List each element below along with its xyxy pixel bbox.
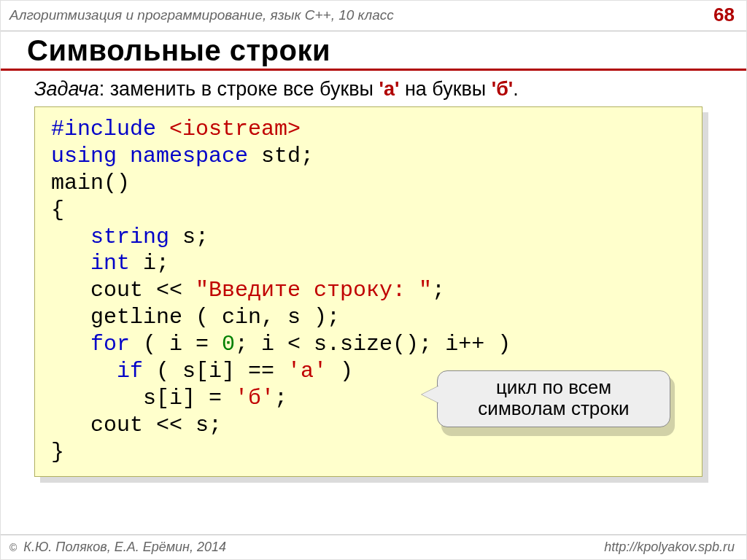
footer-authors: © К.Ю. Поляков, Е.А. Ерёмин, 2014: [9, 540, 226, 555]
copyright-icon: ©: [9, 542, 17, 553]
footer-url: http://kpolyakov.spb.ru: [604, 540, 735, 555]
callout-tail-icon: [422, 386, 439, 403]
code-include: #include: [51, 117, 169, 141]
code-semi-1: ;: [301, 144, 314, 168]
code-using: using namespace: [51, 144, 261, 168]
code-for-a: ( i =: [130, 332, 222, 357]
code-header: <iostream>: [169, 117, 301, 141]
task-label: Задача: [34, 78, 99, 100]
code-brace-open: {: [51, 198, 64, 222]
code-i-decl: i;: [130, 251, 169, 276]
header-bar: Алгоритмизация и программирование, язык …: [1, 1, 746, 31]
task-literal-b: 'б': [492, 78, 514, 100]
code-for-b: ; i < s.size(); i++ ): [235, 332, 511, 357]
code-main: main(): [51, 171, 130, 195]
task-text-2: на буквы: [399, 78, 491, 100]
code-for: for: [90, 332, 130, 357]
code-cout-2: cout << s;: [51, 413, 222, 438]
slide-title: Символьные строки: [1, 31, 746, 71]
code-string-type: string: [90, 225, 169, 249]
code-char-b: 'б': [235, 386, 274, 411]
code-block-wrap: #include <iostream> using namespace std;…: [34, 106, 703, 477]
code-cout-1: cout <<: [90, 278, 196, 303]
code-pad-5: [51, 225, 90, 249]
code-assign: s[i] =: [143, 386, 235, 411]
code-if-end: ): [327, 359, 353, 384]
code-pad-6: [51, 251, 90, 276]
callout-line-1: цикл по всем: [448, 377, 659, 398]
callout-box: цикл по всем символам строки: [437, 370, 670, 427]
code-zero: 0: [222, 332, 235, 357]
footer-bar: © К.Ю. Поляков, Е.А. Ерёмин, 2014 http:/…: [1, 534, 746, 559]
task-statement: Задача: заменить в строке все буквы 'а' …: [1, 71, 746, 104]
code-prompt-string: "Введите строку: ": [196, 278, 432, 303]
code-pad-7: [51, 278, 90, 303]
slide: Алгоритмизация и программирование, язык …: [0, 0, 747, 560]
code-s-decl: s;: [169, 225, 209, 249]
callout: цикл по всем символам строки: [437, 370, 670, 427]
code-brace-close: }: [51, 440, 64, 464]
task-text-1: заменить в строке все буквы: [110, 78, 379, 100]
code-semi-3: ;: [274, 386, 287, 411]
code-pad-10: [51, 359, 117, 384]
code-pad-9: [51, 332, 90, 357]
code-std: std: [261, 144, 301, 168]
code-getline: getline ( cin, s );: [51, 305, 340, 330]
task-text-3: .: [513, 78, 519, 100]
code-int-type: int: [90, 251, 130, 276]
code-semi-2: ;: [432, 278, 445, 303]
authors-text: К.Ю. Поляков, Е.А. Ерёмин, 2014: [20, 540, 226, 554]
callout-line-2: символам строки: [448, 398, 659, 419]
code-if-a: ( s[i] ==: [143, 359, 287, 384]
code-if: if: [117, 359, 143, 384]
task-literal-a: 'а': [379, 78, 400, 100]
task-sep: :: [99, 78, 110, 100]
course-title: Алгоритмизация и программирование, язык …: [9, 7, 394, 23]
code-pad-11: [51, 386, 143, 411]
page-number: 68: [713, 4, 735, 26]
code-char-a: 'а': [287, 359, 327, 384]
